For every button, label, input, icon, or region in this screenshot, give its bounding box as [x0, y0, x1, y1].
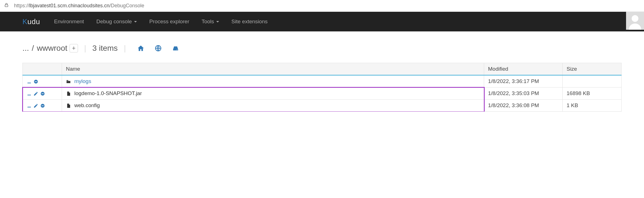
- browser-url[interactable]: https://lbjavatest01.scm.chinacloudsites…: [14, 3, 144, 9]
- svg-rect-11: [42, 105, 44, 106]
- nav-item-site-extensions[interactable]: Site extensions: [225, 12, 274, 31]
- brand-logo[interactable]: Kudu: [22, 17, 40, 26]
- file-icon: [66, 91, 71, 96]
- col-actions: [23, 63, 62, 75]
- row-actions: [23, 88, 62, 100]
- folder-icon: [66, 79, 71, 84]
- col-modified[interactable]: Modified: [484, 63, 563, 75]
- breadcrumb-parent[interactable]: ...: [22, 44, 29, 53]
- browser-address-bar: https://lbjavatest01.scm.chinacloudsites…: [0, 0, 644, 12]
- file-name: web.config: [74, 102, 100, 108]
- row-size: 1 KB: [563, 100, 622, 112]
- download-icon[interactable]: [27, 103, 32, 108]
- table-row: mylogs1/8/2022, 3:36:17 PM: [23, 75, 622, 88]
- chevron-down-icon: [216, 21, 219, 22]
- chevron-down-icon: [134, 21, 137, 22]
- top-navbar: Kudu EnvironmentDebug consoleProcess exp…: [0, 12, 644, 31]
- row-size: [563, 75, 622, 88]
- file-table: Name Modified Size mylogs1/8/2022, 3:36:…: [22, 63, 622, 112]
- row-modified: 1/8/2022, 3:36:08 PM: [484, 100, 563, 112]
- row-actions: [23, 75, 62, 88]
- globe-icon[interactable]: [155, 45, 162, 52]
- file-name[interactable]: mylogs: [74, 78, 91, 84]
- nav-item-tools[interactable]: Tools: [196, 12, 225, 31]
- edit-icon[interactable]: [33, 91, 38, 96]
- home-icon[interactable]: [137, 45, 144, 52]
- svg-point-2: [632, 15, 638, 22]
- col-name[interactable]: Name: [62, 63, 484, 75]
- add-button[interactable]: +: [70, 44, 78, 52]
- breadcrumb-separator: /: [32, 44, 34, 53]
- svg-rect-7: [35, 81, 37, 82]
- download-icon[interactable]: [27, 91, 32, 96]
- disk-icon[interactable]: [172, 45, 179, 52]
- file-icon: [66, 103, 71, 108]
- avatar[interactable]: [626, 12, 644, 30]
- row-name-cell: web.config: [62, 100, 484, 112]
- delete-icon[interactable]: [33, 79, 38, 84]
- row-size: 16898 KB: [563, 88, 622, 100]
- breadcrumb-current[interactable]: wwwroot: [37, 44, 67, 53]
- svg-rect-0: [5, 5, 8, 7]
- row-modified: 1/8/2022, 3:36:17 PM: [484, 75, 563, 88]
- row-modified: 1/8/2022, 3:35:03 PM: [484, 88, 563, 100]
- table-row: web.config1/8/2022, 3:36:08 PM1 KB: [23, 100, 622, 112]
- delete-icon[interactable]: [40, 91, 45, 96]
- row-name-cell: mylogs: [62, 75, 484, 88]
- item-count: 3 items: [92, 44, 118, 53]
- svg-rect-9: [42, 93, 44, 94]
- table-row: logdemo-1.0-SNAPSHOT.jar1/8/2022, 3:35:0…: [23, 88, 622, 100]
- divider: |: [124, 44, 126, 53]
- row-actions: [23, 100, 62, 112]
- delete-icon[interactable]: [40, 103, 45, 108]
- divider: |: [84, 44, 86, 53]
- file-name: logdemo-1.0-SNAPSHOT.jar: [74, 90, 142, 96]
- svg-point-5: [177, 49, 177, 50]
- edit-icon[interactable]: [33, 103, 38, 108]
- table-header-row: Name Modified Size: [23, 63, 622, 75]
- nav-item-process-explorer[interactable]: Process explorer: [143, 12, 196, 31]
- col-size[interactable]: Size: [563, 63, 622, 75]
- breadcrumb-toolbar: ... / wwwroot + | 3 items |: [0, 31, 644, 56]
- lock-icon: [4, 3, 9, 9]
- nav-item-debug-console[interactable]: Debug console: [90, 12, 143, 31]
- nav-item-environment[interactable]: Environment: [48, 12, 90, 31]
- row-name-cell: logdemo-1.0-SNAPSHOT.jar: [62, 88, 484, 100]
- download-icon[interactable]: [27, 79, 32, 84]
